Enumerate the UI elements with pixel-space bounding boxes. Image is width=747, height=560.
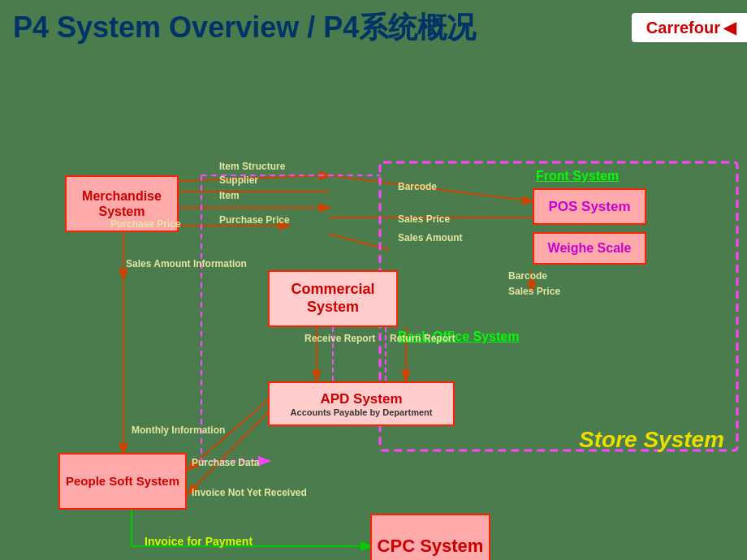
apd-system-sublabel: Accounts Payable by Department [291, 407, 433, 417]
people-soft-system-box: People Soft System [58, 453, 187, 510]
apd-system-label: APD System [320, 391, 402, 407]
monthly-info-label: Monthly Information [132, 424, 225, 437]
cpc-system-box: CPC System [370, 514, 490, 560]
supplier-label: Supplier [219, 174, 258, 187]
invoice-payment-label: Invoice for Payment [145, 534, 253, 549]
carrefour-logo: Carrefour ◀ [632, 13, 747, 42]
front-system-label: Front System [536, 169, 619, 183]
sales-amount-info-label: Sales Amount Information [126, 258, 247, 271]
apd-system-box: APD System Accounts Payable by Departmen… [268, 381, 455, 426]
logo-text: Carrefour [646, 19, 720, 37]
store-system-label: Store System [579, 427, 724, 453]
pos-system-label: POS System [548, 199, 630, 215]
price-info-label: Purchase Price [110, 218, 181, 231]
barcode-top-label: Barcode [398, 181, 437, 194]
pos-system-box: POS System [533, 188, 646, 225]
header: P4 System Overview / P4系统概况 Carrefour ◀ [0, 0, 747, 55]
commercial-system-box: Commercial System [268, 270, 398, 327]
purchase-price-label: Purchase Price [219, 214, 290, 227]
weigh-scale-box: Weighe Scale [533, 232, 646, 265]
commercial-system-label: Commercial System [270, 281, 396, 316]
receive-report-label: Receive Report [304, 333, 375, 346]
people-soft-label: People Soft System [66, 473, 179, 489]
item-label: Item [219, 190, 240, 203]
svg-line-6 [329, 234, 390, 250]
return-report-label: Return Report [390, 333, 456, 346]
sales-price-top-label: Sales Price [398, 213, 450, 226]
cpc-system-label: CPC System [378, 536, 484, 557]
invoice-not-received-label: Invoice Not Yet Received [192, 487, 307, 500]
merchandise-system-label: Merchandise System [67, 188, 177, 219]
page-title: P4 System Overview / P4系统概况 [0, 2, 632, 54]
sales-amount-label: Sales Amount [398, 232, 463, 245]
barcode-bottom-label: Barcode [508, 270, 547, 283]
weigh-scale-label: Weighe Scale [548, 241, 632, 256]
item-structure-label: Item Structure [219, 161, 285, 174]
diagram-area: Merchandise System Commercial System POS… [0, 55, 747, 560]
sales-price-bottom-label: Sales Price [508, 286, 560, 299]
logo-arrow: ◀ [723, 18, 736, 37]
purchase-data-label: Purchase Data [192, 457, 259, 470]
